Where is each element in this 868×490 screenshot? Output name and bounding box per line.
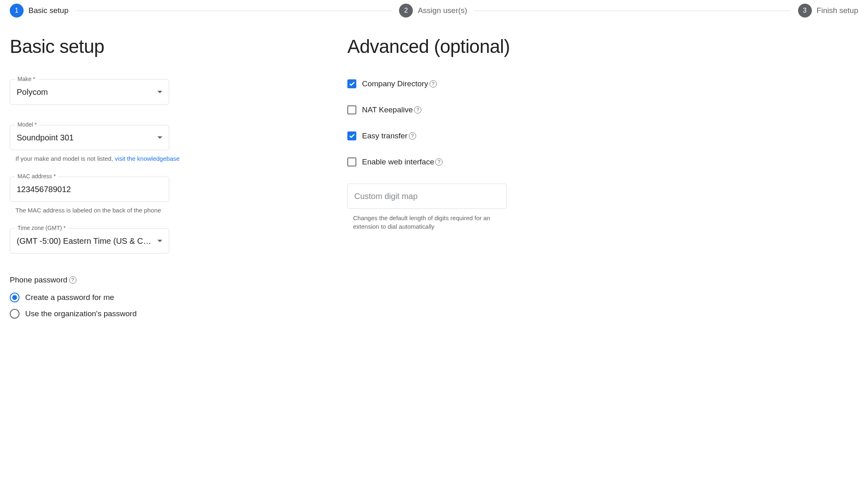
step-finish-setup[interactable]: 3 Finish setup bbox=[798, 4, 858, 18]
checkbox-text: Enable web interface bbox=[362, 158, 434, 166]
step-basic-setup[interactable]: 1 Basic setup bbox=[10, 4, 68, 18]
mac-label: MAC address * bbox=[15, 173, 58, 179]
radio-label: Create a password for me bbox=[25, 293, 114, 302]
chevron-down-icon bbox=[157, 136, 162, 139]
chevron-down-icon bbox=[157, 91, 162, 93]
help-icon[interactable]: ? bbox=[430, 80, 437, 88]
checkbox-box bbox=[347, 131, 356, 140]
timezone-select[interactable]: Time zone (GMT) * (GMT -5:00) Eastern Ti… bbox=[10, 228, 169, 254]
help-icon[interactable]: ? bbox=[435, 158, 443, 166]
basic-setup-heading: Basic setup bbox=[10, 35, 323, 57]
phone-password-label: Phone password ? bbox=[10, 276, 323, 284]
timezone-value: (GMT -5:00) Eastern Time (US & Canada), … bbox=[17, 236, 154, 246]
step-connector bbox=[475, 11, 791, 11]
model-label: Model * bbox=[15, 121, 39, 128]
timezone-label: Time zone (GMT) * bbox=[15, 225, 68, 231]
mac-helper: The MAC address is labeled on the back o… bbox=[10, 207, 323, 214]
radio-create-password[interactable]: Create a password for me bbox=[10, 293, 323, 302]
step-label: Basic setup bbox=[28, 6, 68, 15]
check-icon bbox=[349, 82, 355, 86]
digit-map-placeholder: Custom digit map bbox=[354, 192, 418, 201]
radio-button bbox=[10, 309, 20, 319]
radio-button bbox=[10, 293, 20, 302]
step-label: Assign user(s) bbox=[418, 6, 467, 15]
step-number: 1 bbox=[10, 4, 24, 18]
radio-label: Use the organization's password bbox=[25, 309, 137, 318]
help-icon[interactable]: ? bbox=[414, 106, 421, 114]
checkbox-label: Easy transfer ? bbox=[362, 131, 416, 140]
checkbox-enable-web-interface[interactable]: Enable web interface ? bbox=[347, 158, 858, 166]
checkbox-label: NAT Keepalive ? bbox=[362, 105, 421, 114]
step-assign-users[interactable]: 2 Assign user(s) bbox=[399, 4, 467, 18]
knowledgebase-link[interactable]: visit the knowledgebase bbox=[115, 155, 179, 162]
step-number: 3 bbox=[798, 4, 812, 18]
step-label: Finish setup bbox=[817, 6, 858, 15]
make-select[interactable]: Make * Polycom bbox=[10, 79, 169, 105]
model-value: Soundpoint 301 bbox=[17, 133, 154, 142]
model-helper-text: If your make and model is not listed, bbox=[15, 155, 115, 162]
chevron-down-icon bbox=[157, 240, 162, 242]
step-connector bbox=[76, 11, 392, 11]
check-icon bbox=[349, 134, 355, 138]
stepper: 1 Basic setup 2 Assign user(s) 3 Finish … bbox=[0, 0, 868, 18]
checkbox-box bbox=[347, 105, 356, 114]
checkbox-text: Company Directory bbox=[362, 79, 428, 88]
digit-map-helper: Changes the default length of digits req… bbox=[347, 214, 498, 231]
checkbox-label: Company Directory ? bbox=[362, 79, 437, 88]
make-label: Make * bbox=[15, 76, 38, 82]
mac-value: 123456789012 bbox=[17, 185, 162, 194]
model-helper: If your make and model is not listed, vi… bbox=[10, 155, 323, 162]
checkbox-company-directory[interactable]: Company Directory ? bbox=[347, 79, 858, 88]
checkbox-label: Enable web interface ? bbox=[362, 158, 443, 166]
help-icon[interactable]: ? bbox=[409, 132, 416, 140]
advanced-heading: Advanced (optional) bbox=[347, 35, 858, 57]
checkbox-text: Easy transfer bbox=[362, 131, 408, 140]
checkbox-easy-transfer[interactable]: Easy transfer ? bbox=[347, 131, 858, 140]
mac-address-input[interactable]: MAC address * 123456789012 bbox=[10, 177, 169, 202]
step-number: 2 bbox=[399, 4, 413, 18]
help-icon[interactable]: ? bbox=[69, 276, 76, 284]
make-value: Polycom bbox=[17, 88, 154, 97]
checkbox-box bbox=[347, 79, 356, 88]
phone-password-text: Phone password bbox=[10, 276, 68, 284]
checkbox-box bbox=[347, 158, 356, 166]
checkbox-nat-keepalive[interactable]: NAT Keepalive ? bbox=[347, 105, 858, 114]
model-select[interactable]: Model * Soundpoint 301 bbox=[10, 125, 169, 150]
checkbox-text: NAT Keepalive bbox=[362, 105, 413, 114]
custom-digit-map-input[interactable]: Custom digit map bbox=[347, 184, 507, 209]
radio-org-password[interactable]: Use the organization's password bbox=[10, 309, 323, 319]
